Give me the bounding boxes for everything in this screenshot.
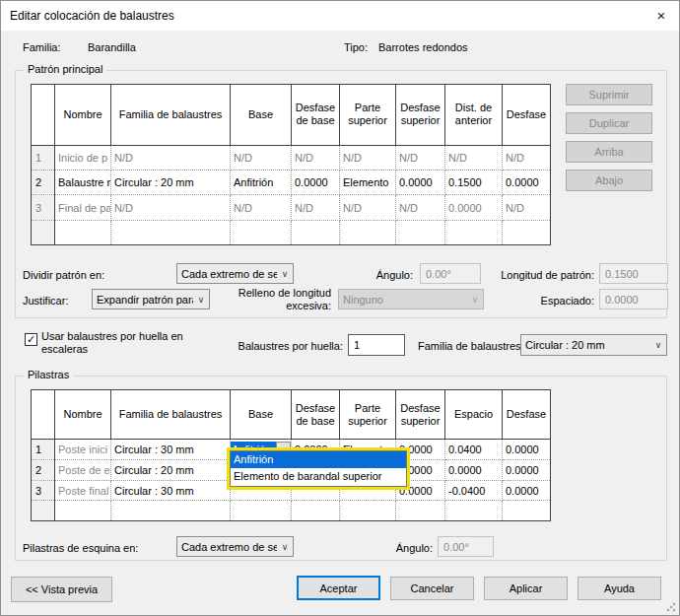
chevron-down-icon: ∨ xyxy=(277,269,293,279)
edit-baluster-placement-dialog: Editar colocación de balaustres × Famili… xyxy=(0,0,680,616)
close-button[interactable]: × xyxy=(646,1,677,30)
table-cell[interactable]: 0.0000 xyxy=(445,195,503,220)
table-cell[interactable]: 0.1500 xyxy=(445,171,503,195)
table-filler-row xyxy=(32,220,551,244)
row-number: 3 xyxy=(32,480,55,501)
chevron-down-icon: ∨ xyxy=(467,295,483,305)
table-cell[interactable]: N/D xyxy=(111,195,231,220)
esquina-combobox[interactable]: Cada extremo de se ∨ xyxy=(176,536,294,557)
table-cell[interactable]: N/D xyxy=(231,145,292,170)
table-cell[interactable]: Balaustre n xyxy=(55,171,111,195)
relleno-value: Ninguno xyxy=(339,294,467,306)
table-cell[interactable]: Inicio de p xyxy=(55,145,111,170)
table-cell[interactable]: N/D xyxy=(292,195,340,220)
row-number: 2 xyxy=(32,171,55,195)
header-cell: Familia de balaustres xyxy=(111,85,231,146)
aceptar-button[interactable]: Aceptar xyxy=(297,576,380,600)
table-cell[interactable]: N/D xyxy=(503,145,551,170)
tipo-value: Barrotes redondos xyxy=(378,41,468,53)
table-row: 1 Inicio de p N/D N/D N/D N/D N/D N/D N/… xyxy=(32,145,551,170)
justificar-combobox[interactable]: Expandir patrón para aj ∨ xyxy=(92,289,210,309)
relleno-label: Relleno de longitudexcesiva: xyxy=(213,287,331,312)
table-cell[interactable]: -0.0400 xyxy=(445,480,503,501)
table-cell[interactable]: 0.0000 xyxy=(503,440,551,460)
por-huella-input[interactable]: 1 xyxy=(348,334,405,356)
tipo-label: Tipo: xyxy=(344,41,368,53)
abajo-button: Abajo xyxy=(566,170,652,191)
close-icon: × xyxy=(657,7,666,24)
header-cell: Dist. de anterior xyxy=(445,85,503,146)
main-pattern-group-title: Patrón principal xyxy=(24,63,106,75)
table-cell[interactable]: 0.0000 xyxy=(503,460,551,481)
aplicar-button[interactable]: Aplicar xyxy=(484,577,568,600)
table-cell[interactable]: Poste de e xyxy=(55,460,111,481)
usar-balaustres-checkbox[interactable]: ✓ xyxy=(25,333,37,346)
header-cell: Desfase xyxy=(503,390,551,440)
table-header-row: Nombre Familia de balaustres Base Desfas… xyxy=(32,390,551,440)
table-cell[interactable]: Circular : 20 mm xyxy=(111,171,231,195)
dividir-combobox[interactable]: Cada extremo de se ∨ xyxy=(176,263,294,284)
row-number: 3 xyxy=(32,195,55,220)
table-cell[interactable]: 0.0400 xyxy=(445,440,503,460)
table-cell[interactable]: N/D xyxy=(445,145,503,170)
header-cell: Base xyxy=(231,390,292,440)
cancelar-button[interactable]: Cancelar xyxy=(390,577,474,600)
table-filler-row xyxy=(32,501,551,521)
duplicar-button: Duplicar xyxy=(566,112,652,134)
ayuda-button[interactable]: Ayuda xyxy=(578,577,661,600)
chevron-down-icon: ∨ xyxy=(650,340,666,350)
header-cell xyxy=(32,390,55,440)
table-cell[interactable]: Anfitrión xyxy=(231,171,292,195)
familia-balaustres-value: Circular : 20 mm xyxy=(521,339,650,351)
table-header-row: Nombre Familia de balaustres Base Desfas… xyxy=(32,85,551,146)
header-cell: Base xyxy=(231,85,292,146)
header-cell: Nombre xyxy=(55,390,111,440)
por-huella-label: Balaustres por huella: xyxy=(238,340,343,352)
resize-grip-icon[interactable] xyxy=(666,602,676,612)
header-cell: Desfase superior xyxy=(396,390,445,440)
title-bar: Editar colocación de balaustres × xyxy=(1,1,679,31)
table-cell[interactable]: N/D xyxy=(231,195,292,220)
familia-label: Familia: xyxy=(23,41,61,53)
header-cell: Nombre xyxy=(55,85,111,146)
table-cell[interactable]: N/D xyxy=(396,145,445,170)
header-cell: Parte superior xyxy=(340,85,396,146)
table-cell[interactable]: Poste final xyxy=(55,480,111,501)
usar-balaustres-label: Usar balaustres por huella enescaleras xyxy=(41,330,199,356)
table-cell[interactable]: Circular : 20 mm xyxy=(111,460,231,481)
header-cell: Desfase de base xyxy=(292,390,340,440)
dropdown-option-anfitrion[interactable]: Anfitrión xyxy=(231,451,406,468)
table-cell[interactable]: Elemento xyxy=(340,171,396,195)
table-cell[interactable]: N/D xyxy=(292,145,340,170)
table-cell[interactable]: 0.0000 xyxy=(503,480,551,501)
chevron-down-icon: ∨ xyxy=(277,542,293,552)
table-cell[interactable]: 0.0000 xyxy=(292,171,340,195)
table-cell[interactable]: Circular : 30 mm xyxy=(111,440,231,460)
table-row: 2 Balaustre n Circular : 20 mm Anfitrión… xyxy=(32,171,551,195)
relleno-combobox: Ninguno ∨ xyxy=(338,289,484,309)
header-cell: Espacio xyxy=(445,390,503,440)
posts-group-title: Pilastras xyxy=(24,369,73,380)
header-cell: Familia de balaustres xyxy=(111,390,231,440)
table-cell[interactable]: N/D xyxy=(340,145,396,170)
familia-balaustres-combobox[interactable]: Circular : 20 mm ∨ xyxy=(520,334,667,356)
table-cell[interactable]: N/D xyxy=(111,145,231,170)
table-cell[interactable]: N/D xyxy=(340,195,396,220)
vista-previa-button[interactable]: << Vista previa xyxy=(11,577,112,602)
familia-value: Barandilla xyxy=(88,41,136,53)
table-cell[interactable]: 0.0000 xyxy=(396,171,445,195)
header-cell: Parte superior xyxy=(340,390,396,440)
esquina-value: Cada extremo de se xyxy=(177,541,277,553)
table-cell[interactable]: Circular : 30 mm xyxy=(111,480,231,501)
dividir-label: Dividir patrón en: xyxy=(23,269,104,281)
table-cell[interactable]: Poste inici xyxy=(55,440,111,460)
table-cell[interactable]: 0.0000 xyxy=(503,171,551,195)
table-cell[interactable]: Final de pa xyxy=(55,195,111,220)
check-icon: ✓ xyxy=(27,333,35,345)
table-cell[interactable]: N/D xyxy=(396,195,445,220)
dropdown-option-elemento-barandal[interactable]: Elemento de barandal superior xyxy=(231,468,406,485)
table-cell[interactable]: N/D xyxy=(503,195,551,220)
table-cell[interactable]: 0.0000 xyxy=(445,460,503,481)
row-number: 2 xyxy=(32,460,55,481)
esquina-label: Pilastras de esquina en: xyxy=(23,542,138,554)
